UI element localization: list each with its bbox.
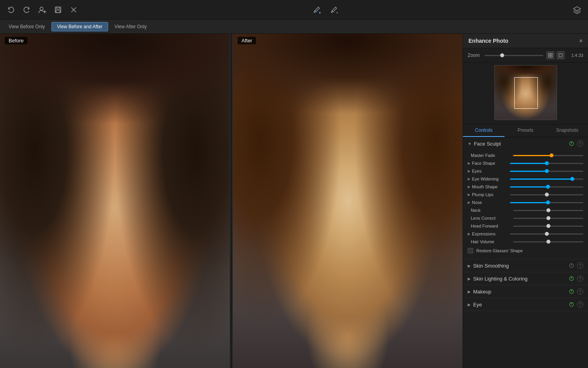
eyes-label: ▶ Eyes (468, 169, 507, 173)
pen-add-button[interactable] (312, 5, 321, 15)
svg-rect-14 (548, 53, 550, 55)
view-before-only-tab[interactable]: View Before Only (3, 22, 51, 31)
svg-marker-13 (573, 7, 581, 11)
skin-lighting-header[interactable]: ▶ Skin Lighting & Coloring ? (463, 272, 588, 285)
lens-correct-slider[interactable] (513, 218, 583, 219)
toolbar-center (85, 5, 566, 15)
face-shape-label: ▶ Face Shape (468, 161, 507, 166)
makeup-help[interactable]: ? (577, 288, 583, 295)
eye-icons: ? (568, 301, 583, 308)
mouth-shape-row: ▶ Mouth Shape (463, 183, 588, 191)
plump-lips-slider[interactable] (510, 194, 583, 195)
skin-smoothing-header[interactable]: ▶ Skin Smoothing ? (463, 259, 588, 272)
canvas-divider (230, 34, 232, 368)
eye-widening-slider[interactable] (510, 179, 583, 180)
view-after-only-tab[interactable]: View After Only (109, 22, 152, 31)
expressions-slider[interactable] (510, 233, 583, 235)
face-shape-slider[interactable] (510, 163, 583, 164)
undo-button[interactable] (6, 5, 16, 15)
eyes-slider[interactable] (510, 171, 583, 172)
makeup-title: Makeup (473, 289, 568, 295)
svg-rect-18 (559, 54, 562, 57)
zoom-slider[interactable] (485, 55, 543, 56)
face-sculpt-title: Face Sculpt (474, 141, 568, 147)
zoom-icons (546, 51, 564, 59)
makeup-icons: ? (568, 288, 583, 295)
neck-slider[interactable] (513, 210, 583, 211)
tab-controls[interactable]: Controls (463, 124, 505, 137)
before-label: Before (5, 37, 27, 44)
face-sculpt-chevron: ▼ (468, 142, 472, 146)
skin-lighting-help[interactable]: ? (577, 275, 583, 282)
hair-volume-slider[interactable] (513, 241, 583, 242)
eye-chevron: ▶ (468, 302, 471, 307)
eye-section: ▶ Eye ? (463, 298, 588, 311)
controls-scroll[interactable]: ▼ Face Sculpt ? Master Fade (463, 137, 588, 368)
master-fade-label: Master Fade (471, 153, 510, 158)
skin-smoothing-title: Skin Smoothing (473, 263, 568, 269)
skin-smoothing-chevron: ▶ (468, 264, 471, 268)
skin-lighting-icons: ? (568, 275, 583, 282)
hair-volume-label: Hair Volume (471, 239, 510, 244)
svg-line-8 (315, 11, 316, 12)
makeup-power[interactable] (568, 288, 575, 295)
svg-point-0 (40, 7, 43, 10)
panel-close[interactable]: × (579, 38, 583, 44)
eye-widening-label: ▶ Eye Widening (468, 177, 507, 181)
layers-button[interactable] (572, 5, 582, 15)
save-button[interactable] (53, 5, 63, 15)
nose-row: ▶ Nose (463, 199, 588, 206)
pen-remove-button[interactable] (329, 5, 339, 15)
zoom-fit-button[interactable] (546, 51, 554, 59)
face-sculpt-section: ▼ Face Sculpt ? Master Fade (463, 137, 588, 259)
svg-rect-5 (56, 10, 60, 13)
nose-slider[interactable] (510, 202, 583, 203)
skin-smoothing-icons: ? (568, 262, 583, 269)
face-sculpt-content: Master Fade ▶ Face Shape (463, 150, 588, 259)
zoom-value: 1:4.33 (568, 53, 583, 58)
nose-label: ▶ Nose (468, 200, 507, 205)
eye-power[interactable] (568, 301, 575, 308)
before-image (0, 34, 230, 368)
tab-presets[interactable]: Presets (505, 124, 546, 137)
face-sculpt-header[interactable]: ▼ Face Sculpt ? (463, 137, 588, 150)
thumbnail-container (463, 63, 588, 124)
neck-row: Neck (463, 206, 588, 214)
eye-title: Eye (473, 302, 568, 308)
lens-correct-label: Lens Correct (471, 216, 510, 220)
skin-lighting-power[interactable] (568, 275, 575, 282)
skin-smoothing-power[interactable] (568, 262, 575, 269)
face-sculpt-power[interactable] (568, 140, 575, 147)
after-image (233, 34, 463, 368)
zoom-1to1-button[interactable] (557, 51, 564, 59)
face-sculpt-help[interactable]: ? (577, 140, 583, 147)
makeup-header[interactable]: ▶ Makeup ? (463, 285, 588, 298)
skin-smoothing-help[interactable]: ? (577, 262, 583, 269)
add-person-button[interactable] (38, 5, 47, 15)
toolbar-right (572, 5, 582, 15)
skin-lighting-chevron: ▶ (468, 277, 471, 281)
redo-button[interactable] (22, 5, 31, 15)
eye-header[interactable]: ▶ Eye ? (463, 298, 588, 311)
skin-smoothing-section: ▶ Skin Smoothing ? (463, 259, 588, 272)
face-sculpt-icons: ? (568, 140, 583, 147)
close-button[interactable] (69, 5, 78, 15)
mouth-shape-slider[interactable] (510, 186, 583, 188)
right-panel: Enhance Photo × Zoom 1:4.33 (463, 34, 588, 368)
head-forward-row: Head Forward (463, 222, 588, 230)
master-fade-row: Master Fade (463, 151, 588, 159)
view-tabs: View Before Only View Before and After V… (0, 20, 588, 34)
eye-widening-row: ▶ Eye Widening (463, 175, 588, 183)
head-forward-slider[interactable] (513, 226, 583, 227)
neck-label: Neck (471, 208, 510, 213)
eye-help[interactable]: ? (577, 301, 583, 308)
tab-snapshots[interactable]: Snapshots (546, 124, 588, 137)
restore-glasses-checkbox[interactable] (468, 248, 473, 253)
control-tabs: Controls Presets Snapshots (463, 124, 588, 137)
master-fade-slider[interactable] (513, 155, 583, 156)
makeup-section: ▶ Makeup ? (463, 285, 588, 298)
zoom-section: Zoom 1:4.33 (463, 48, 588, 63)
hair-volume-row: Hair Volume (463, 238, 588, 246)
head-forward-label: Head Forward (471, 224, 510, 228)
view-before-and-after-tab[interactable]: View Before and After (51, 22, 109, 31)
